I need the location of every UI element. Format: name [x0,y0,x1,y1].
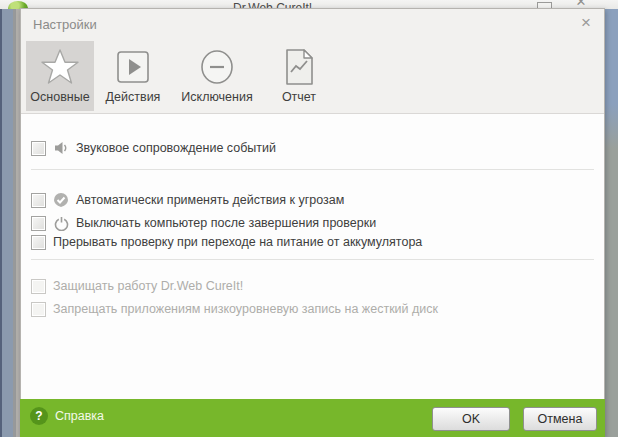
tab-label: Основные [30,90,89,104]
question-mark-icon[interactable]: ? [30,407,48,425]
checkbox-label[interactable]: Автоматически применять действия к угроз… [76,193,344,207]
checkbox-label: Защищать работу Dr.Web CureIt! [53,279,243,293]
checkbox-label: Запрещать приложениям низкоуровневую зап… [53,302,438,316]
screen: Dr.Web CureIt! ✕ Настройки × Основные [0,0,618,437]
divider [31,259,594,260]
checkbox-row-self-protect: Защищать работу Dr.Web CureIt! [31,274,594,298]
parent-close-icon[interactable]: ✕ [573,0,589,8]
tab-actions[interactable]: Действия [99,41,167,111]
tab-label: Отчет [282,90,316,104]
checkbox-label[interactable]: Прерывать проверку при переходе на питан… [53,235,422,249]
divider [31,169,594,170]
battery-pause-checkbox[interactable] [31,235,46,250]
shutdown-checkbox[interactable] [31,216,46,231]
tab-bar: Основные Действия [26,41,331,111]
tab-label: Исключения [181,90,252,104]
help-label[interactable]: Справка [55,409,104,423]
tab-label: Действия [106,90,161,104]
tab-exclusions[interactable]: Исключения [172,41,262,111]
checkbox-label[interactable]: Выключать компьютер после завершения про… [76,216,376,230]
checkbox-label[interactable]: Звуковое сопровождение событий [76,141,276,155]
self-protect-checkbox [31,279,46,294]
help-link[interactable]: ? Справка [30,407,104,425]
close-icon[interactable]: × [576,13,596,33]
auto-actions-checkbox[interactable] [31,193,46,208]
dialog-title: Настройки [33,17,97,32]
tab-general[interactable]: Основные [26,41,94,111]
star-icon [40,46,80,88]
settings-dialog: Настройки × Основные [20,8,605,437]
block-lowlevel-write-checkbox [31,302,46,317]
dialog-footer: ? Справка OK Отмена [20,399,605,437]
power-icon [53,215,69,231]
speaker-icon [53,140,69,156]
report-icon [283,46,315,88]
checkbox-row-battery-pause: Прерывать проверку при переходе на питан… [31,230,594,254]
play-icon [116,46,150,88]
checkbox-row-sound: Звуковое сопровождение событий [31,136,594,160]
shield-check-icon [53,192,69,208]
parent-window-right-edge [605,9,618,437]
cancel-button[interactable]: Отмена [523,407,597,431]
checkbox-row-auto-actions: Автоматически применять действия к угроз… [31,188,594,212]
parent-window-left-edge [0,9,20,437]
tab-report[interactable]: Отчет [267,41,331,111]
sound-checkbox[interactable] [31,141,46,156]
minus-circle-icon [197,46,237,88]
checkbox-row-block-lowlevel-write: Запрещать приложениям низкоуровневую зап… [31,297,594,321]
ok-button[interactable]: OK [432,407,510,431]
dialog-header: Настройки × Основные [21,9,604,114]
